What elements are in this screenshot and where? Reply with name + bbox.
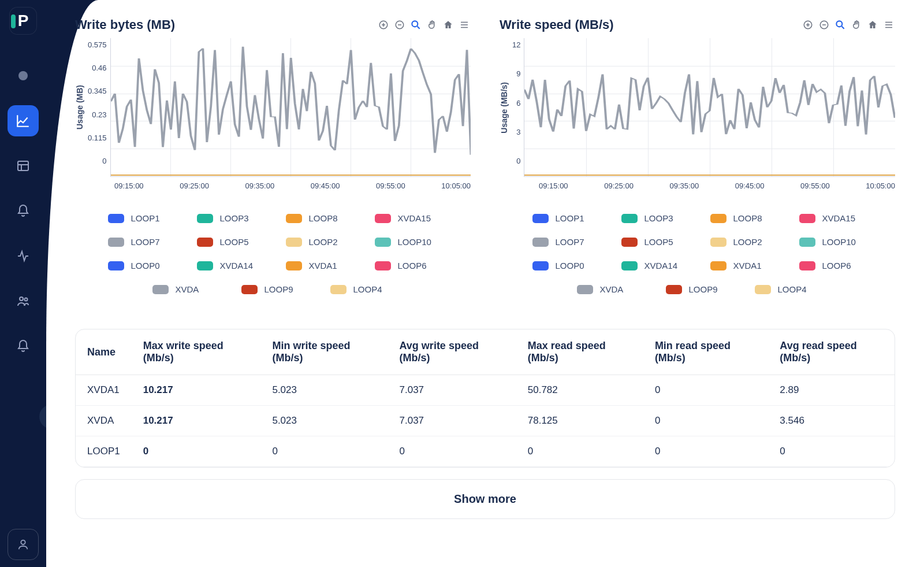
legend-item-loop0[interactable]: LOOP0 (108, 261, 172, 270)
legend-item-loop6[interactable]: LOOP6 (799, 261, 863, 270)
legend-label: LOOP10 (398, 237, 431, 247)
legend-item-loop6[interactable]: LOOP6 (375, 261, 438, 270)
legend-item-loop3[interactable]: LOOP3 (197, 213, 260, 223)
reset-button[interactable] (866, 18, 879, 31)
minus-circle-icon (394, 20, 405, 30)
legend-item-loop10[interactable]: LOOP10 (375, 237, 438, 247)
legend-swatch (286, 261, 302, 270)
zoom-in-button[interactable] (377, 18, 390, 31)
sidebar-item-dashboard[interactable] (8, 150, 39, 181)
legend-item-loop1[interactable]: LOOP1 (532, 213, 596, 223)
legend-label: LOOP5 (644, 237, 673, 247)
legend-item-xvda15[interactable]: XVDA15 (799, 213, 863, 223)
legend-item-loop4[interactable]: LOOP4 (755, 284, 818, 294)
legend-swatch (375, 261, 391, 270)
legend-swatch (799, 261, 815, 270)
legend-label: LOOP1 (556, 213, 584, 223)
zoom-out-button[interactable] (818, 18, 830, 31)
chart-plot-area[interactable] (110, 38, 471, 177)
legend-swatch (755, 285, 771, 294)
sidebar-item-account[interactable] (8, 529, 39, 560)
legend-item-loop1[interactable]: LOOP1 (108, 213, 172, 223)
legend-swatch (577, 285, 593, 294)
chart-toolbar (802, 18, 895, 31)
legend-label: LOOP6 (398, 261, 427, 270)
legend-label: LOOP2 (309, 237, 338, 247)
legend-item-xvda1[interactable]: XVDA1 (710, 261, 774, 270)
legend-item-xvda[interactable]: XVDA (152, 284, 216, 294)
legend-item-loop7[interactable]: LOOP7 (108, 237, 172, 247)
legend-item-loop3[interactable]: LOOP3 (621, 213, 685, 223)
legend-label: LOOP3 (644, 213, 673, 223)
sidebar-item-activity[interactable] (8, 240, 39, 272)
table-header: Max write speed (Mb/s) (132, 329, 261, 375)
legend-swatch (375, 214, 391, 223)
table-row: LOOP1000000 (76, 436, 895, 467)
bell-icon (16, 339, 30, 353)
table-cell: XVDA (76, 406, 132, 436)
menu-button[interactable] (458, 18, 471, 31)
svg-point-0 (18, 71, 28, 80)
legend-item-loop5[interactable]: LOOP5 (621, 237, 685, 247)
table-header: Min write speed (Mb/s) (260, 329, 388, 375)
legend-label: LOOP9 (689, 284, 718, 294)
chart-plot-area[interactable] (524, 38, 895, 177)
svg-point-4 (21, 540, 25, 544)
home-icon (867, 20, 878, 30)
menu-button[interactable] (882, 18, 895, 31)
table-cell: 7.037 (388, 406, 516, 436)
legend-swatch (799, 214, 815, 223)
legend-item-xvda15[interactable]: XVDA15 (375, 213, 438, 223)
legend-item-loop2[interactable]: LOOP2 (286, 237, 349, 247)
legend-swatch (666, 285, 682, 294)
show-more-button[interactable]: Show more (75, 479, 895, 519)
legend-item-loop10[interactable]: LOOP10 (799, 237, 863, 247)
legend-item-loop2[interactable]: LOOP2 (710, 237, 774, 247)
legend-item-xvda1[interactable]: XVDA1 (286, 261, 349, 270)
legend-swatch (621, 261, 638, 270)
zoom-in-button[interactable] (802, 18, 814, 31)
x-axis-ticks: 09:15:0009:25:0009:35:0009:45:0009:55:00… (539, 177, 895, 190)
svg-point-3 (25, 298, 28, 301)
sidebar-item-metrics[interactable] (8, 105, 39, 136)
pan-button[interactable] (850, 18, 863, 31)
zoom-selection-button[interactable] (834, 18, 847, 31)
legend-item-loop9[interactable]: LOOP9 (241, 284, 305, 294)
legend-label: LOOP7 (556, 237, 584, 247)
legend-item-loop4[interactable]: LOOP4 (330, 284, 394, 294)
sidebar-item-status[interactable] (8, 60, 39, 91)
legend-item-xvda14[interactable]: XVDA14 (621, 261, 685, 270)
zoom-out-button[interactable] (393, 18, 406, 31)
legend-label: XVDA1 (733, 261, 762, 270)
sidebar-item-alerts[interactable] (8, 195, 39, 227)
chart-write-bytes: Write bytes (MB) Usage (MB) 0.5750.460 (75, 17, 471, 294)
table-header: Min read speed (Mb/s) (643, 329, 768, 375)
x-axis-ticks: 09:15:0009:25:0009:35:0009:45:0009:55:00… (114, 177, 471, 190)
legend-item-xvda14[interactable]: XVDA14 (197, 261, 260, 270)
legend-item-loop9[interactable]: LOOP9 (666, 284, 729, 294)
legend-label: LOOP6 (822, 261, 851, 270)
reset-button[interactable] (442, 18, 454, 31)
chart-legend: LOOP1LOOP3LOOP8XVDA15LOOP7LOOP5LOOP2LOOP… (500, 213, 895, 294)
table-cell: 0 (260, 436, 388, 467)
legend-item-loop5[interactable]: LOOP5 (197, 237, 260, 247)
activity-icon (16, 249, 30, 263)
legend-item-xvda[interactable]: XVDA (577, 284, 640, 294)
table-row: XVDA110.2175.0237.03750.78202.89 (76, 375, 895, 406)
legend-item-loop0[interactable]: LOOP0 (532, 261, 596, 270)
menu-icon (459, 20, 470, 30)
zoom-selection-button[interactable] (409, 18, 422, 31)
pan-button[interactable] (426, 18, 438, 31)
legend-item-loop7[interactable]: LOOP7 (532, 237, 596, 247)
legend-swatch (621, 238, 638, 247)
legend-label: XVDA14 (220, 261, 254, 270)
layout-icon (16, 159, 30, 173)
sidebar-item-users[interactable] (8, 286, 39, 317)
legend-item-loop8[interactable]: LOOP8 (710, 213, 774, 223)
table-cell: 10.217 (132, 375, 261, 406)
sidebar-item-notifications[interactable] (8, 331, 39, 362)
app-logo: P (9, 7, 37, 35)
table-cell: 5.023 (260, 406, 388, 436)
legend-item-loop8[interactable]: LOOP8 (286, 213, 349, 223)
chart-toolbar (377, 18, 471, 31)
